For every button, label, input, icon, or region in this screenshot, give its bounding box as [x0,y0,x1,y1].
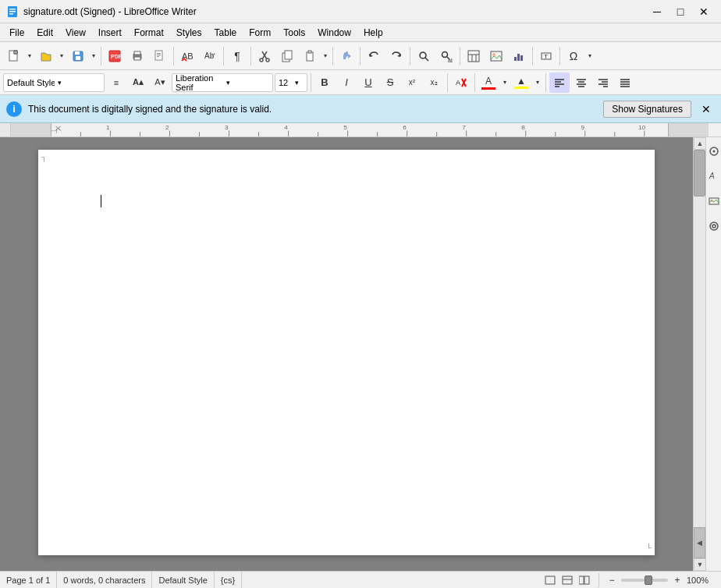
save-button[interactable] [67,45,89,67]
zoom-level[interactable]: 100% [687,576,715,585]
view-normal-button[interactable] [542,573,558,587]
style-menu-button[interactable]: ≡ [106,73,126,93]
new-button[interactable] [3,45,25,67]
font-color-button[interactable]: A [478,73,499,93]
size-dropdown[interactable]: 12 ▾ [275,73,307,92]
cut-button[interactable] [254,45,275,67]
svg-rect-16 [157,55,161,55]
properties-icon[interactable] [707,215,721,237]
scroll-up-button[interactable]: ▲ [694,137,706,150]
style-dropdown[interactable]: Default Style ▾ [3,73,105,92]
highlight-color-arrow[interactable]: ▾ [533,73,542,93]
vertical-scrollbar[interactable]: ▲ ◀ ▼ [693,137,705,571]
svg-text:PDF: PDF [111,54,121,59]
subscript-button[interactable]: x₂ [424,73,444,93]
font-size-down-button[interactable]: A▾ [150,73,170,93]
gallery-icon[interactable] [707,190,721,212]
undo-button[interactable] [363,45,385,67]
special-char-button[interactable]: Ω [563,45,584,67]
paste-button[interactable] [299,45,321,67]
clone-format-button[interactable] [336,45,357,67]
findall-button[interactable]: ab [435,45,457,67]
insert-image-button[interactable] [485,45,507,67]
scroll-track[interactable] [694,150,705,527]
special-arrow[interactable]: ▾ [585,45,595,67]
menu-window[interactable]: Window [311,26,357,40]
font-size-up-button[interactable]: A▴ [128,73,148,93]
menu-edit[interactable]: Edit [30,26,59,40]
insert-chart-button[interactable] [508,45,530,67]
align-center-button[interactable] [571,73,591,93]
paste-arrow[interactable]: ▾ [321,45,330,67]
print-button[interactable] [126,45,148,67]
maximize-button[interactable]: □ [670,2,691,21]
autocorrect-button[interactable]: Ab [199,45,221,67]
svg-rect-108 [545,576,555,584]
spellcheck-button[interactable]: ABC [176,45,198,67]
justify-button[interactable] [615,73,635,93]
document-area[interactable]: ┐ └ [0,137,693,571]
zoom-thumb[interactable] [645,576,652,585]
close-button[interactable]: ✕ [693,2,715,21]
status-bar: Page 1 of 1 0 words, 0 characters Defaul… [0,571,721,588]
align-right-button[interactable] [593,73,613,93]
svg-rect-1 [9,9,16,10]
minimize-button[interactable]: ─ [646,2,668,21]
document-page[interactable]: ┐ └ [38,150,655,555]
svg-rect-112 [584,576,589,584]
save-arrow[interactable]: ▾ [89,45,98,67]
font-color-arrow[interactable]: ▾ [500,73,510,93]
italic-button[interactable]: I [336,73,357,93]
svg-line-29 [425,58,428,61]
redo-button[interactable] [385,45,407,67]
menu-table[interactable]: Table [208,26,243,40]
clear-format-button[interactable]: A [451,73,471,93]
menu-view[interactable]: View [59,26,92,40]
insert-textbox-button[interactable]: T [535,45,557,67]
pdf-button[interactable]: PDF [104,45,126,67]
sep5 [332,47,333,66]
sidebar-collapse-button[interactable]: ◀ [694,527,705,558]
zoom-out-button[interactable]: − [606,574,618,586]
pilcrow-button[interactable]: ¶ [226,45,248,67]
strikethrough-button[interactable]: S [380,73,400,93]
preview-button[interactable] [149,45,171,67]
highlight-color-button[interactable]: ▲ [511,73,531,93]
menu-format[interactable]: Format [128,26,170,40]
copy-button[interactable] [276,45,298,67]
ruler-corner[interactable] [0,123,11,136]
open-button[interactable] [35,45,57,67]
menu-tools[interactable]: Tools [277,26,311,40]
scroll-down-button[interactable]: ▼ [694,558,706,571]
insert-table-button[interactable] [463,45,485,67]
menu-form[interactable]: Form [243,26,277,40]
new-arrow[interactable]: ▾ [25,45,34,67]
info-bar-close[interactable]: ✕ [698,101,715,118]
view-book-button[interactable] [577,573,592,587]
window-controls: ─ □ ✕ [646,2,715,21]
bold-button[interactable]: B [314,73,335,93]
superscript-button[interactable]: x² [402,73,422,93]
show-signatures-button[interactable]: Show Signatures [603,101,691,118]
svg-rect-64 [11,123,51,136]
svg-text:2: 2 [165,125,169,132]
styles-panel-icon[interactable]: A [707,165,721,187]
menu-help[interactable]: Help [357,26,389,40]
scroll-thumb[interactable] [694,150,705,197]
svg-point-22 [260,58,263,62]
zoom-slider[interactable] [621,579,668,582]
navigator-icon[interactable] [707,140,721,162]
underline-button[interactable]: U [358,73,378,93]
menu-styles[interactable]: Styles [170,26,208,40]
font-dropdown[interactable]: Liberation Serif ▾ [172,73,273,92]
style-segment: Default Style [152,572,214,588]
svg-rect-15 [157,53,161,54]
find-button[interactable] [413,45,435,67]
menu-file[interactable]: File [3,26,30,40]
view-web-button[interactable] [559,573,575,587]
zoom-in-button[interactable]: + [671,574,684,586]
size-value: 12 [275,78,292,87]
menu-insert[interactable]: Insert [92,26,128,40]
align-left-button[interactable] [549,73,570,93]
open-arrow[interactable]: ▾ [57,45,66,67]
